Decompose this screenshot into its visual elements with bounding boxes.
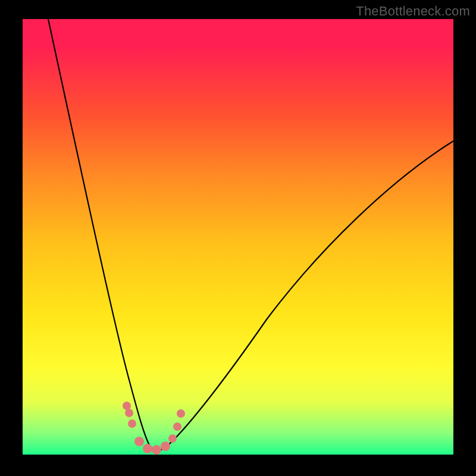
svg-point-2 — [128, 419, 136, 428]
trough-markers — [123, 402, 185, 455]
svg-point-8 — [173, 422, 181, 431]
svg-point-6 — [161, 441, 170, 451]
svg-point-9 — [177, 409, 185, 418]
svg-point-0 — [123, 402, 131, 410]
svg-point-7 — [168, 434, 177, 443]
watermark-text: TheBottleneck.com — [356, 4, 470, 19]
plot-area — [23, 19, 453, 455]
svg-point-5 — [152, 445, 161, 455]
bathtub-curve — [48, 19, 453, 450]
svg-point-1 — [125, 409, 133, 417]
chart-frame: TheBottleneck.com — [0, 0, 476, 476]
chart-svg — [23, 19, 453, 455]
svg-point-3 — [134, 437, 144, 446]
svg-point-4 — [143, 444, 152, 453]
